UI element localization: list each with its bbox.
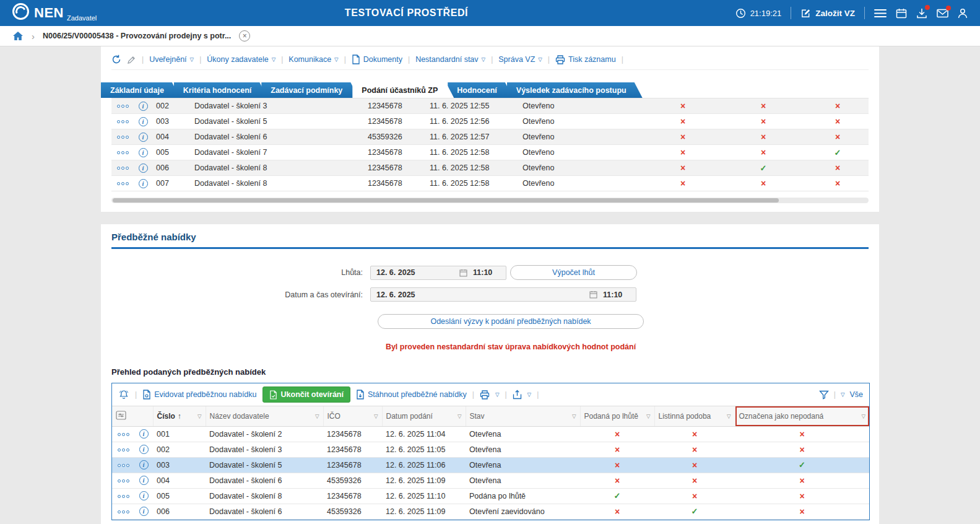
filter-dropdown-icon[interactable]: ▽ xyxy=(315,413,319,419)
col-header-supplier[interactable]: Název dodavatele▽ xyxy=(206,406,323,426)
calendar-icon[interactable] xyxy=(459,269,467,277)
menu-komunikace[interactable]: Komunikace▽ xyxy=(288,55,338,64)
tab-podani-ucastniku-zp[interactable]: Podání účastníků ZP xyxy=(352,82,454,98)
table-row[interactable]: i005Dodavatel - školení 81234567812. 6. … xyxy=(112,488,869,504)
finish-opening-button[interactable]: Ukončit otevírání xyxy=(262,386,350,403)
view-all-link[interactable]: Vše xyxy=(849,390,863,399)
calendar-icon[interactable] xyxy=(589,290,597,299)
dropdown-icon[interactable]: ▽ xyxy=(527,391,532,398)
edit-icon[interactable] xyxy=(127,55,136,64)
row-info-cell[interactable]: i xyxy=(134,129,152,145)
table-row[interactable]: i003Dodavatel - školení 51234567812. 6. … xyxy=(112,457,869,473)
row-actions-cell[interactable] xyxy=(111,145,134,160)
col-header-ico[interactable]: IČO▽ xyxy=(323,406,382,426)
info-icon[interactable]: i xyxy=(139,133,148,142)
table-row[interactable]: i007Dodavatel - školení 81234567811. 6. … xyxy=(111,176,869,191)
opening-datetime-input[interactable]: 12. 6. 2025 11:10 xyxy=(370,287,636,302)
table-row[interactable]: i001Dodavatel - školení 21234567812. 6. … xyxy=(112,426,869,442)
row-actions-icon[interactable] xyxy=(117,105,129,108)
menu-icon[interactable] xyxy=(874,9,887,18)
nen-logo[interactable]: NEN Zadavatel xyxy=(12,1,97,25)
horizontal-scrollbar[interactable] xyxy=(111,198,869,203)
row-actions-icon[interactable] xyxy=(118,510,129,513)
row-actions-cell[interactable] xyxy=(112,504,134,519)
row-actions-icon[interactable] xyxy=(117,167,129,170)
row-actions-icon[interactable] xyxy=(117,151,129,154)
row-actions-cell[interactable] xyxy=(111,129,134,145)
filter-dropdown-icon[interactable]: ▽ xyxy=(374,413,378,419)
table-row[interactable]: i006Dodavatel - školení 81234567811. 6. … xyxy=(111,160,869,176)
table-row[interactable]: i003Dodavatel - školení 51234567811. 6. … xyxy=(111,114,869,129)
calendar-icon[interactable] xyxy=(896,8,907,19)
row-actions-icon[interactable] xyxy=(118,495,129,498)
filter-dropdown-icon[interactable]: ▽ xyxy=(861,413,865,419)
table-row[interactable]: i006Dodavatel - školení 64535932612. 6. … xyxy=(112,504,869,519)
info-icon[interactable]: i xyxy=(139,429,149,439)
table-row[interactable]: i002Dodavatel - školení 31234567812. 6. … xyxy=(112,442,869,457)
row-actions-icon[interactable] xyxy=(118,479,129,483)
info-icon[interactable]: i xyxy=(139,117,148,126)
row-actions-cell[interactable] xyxy=(111,114,134,129)
send-invitation-button[interactable]: Odeslání výzvy k podání předběžných nabí… xyxy=(378,314,644,329)
calc-deadlines-button[interactable]: Výpočet lhůt xyxy=(510,265,637,280)
row-actions-icon[interactable] xyxy=(118,433,129,436)
filter-dropdown-icon[interactable]: ▽ xyxy=(197,413,202,419)
close-record-icon[interactable]: × xyxy=(239,30,250,41)
row-info-cell[interactable]: i xyxy=(134,504,153,519)
row-actions-icon[interactable] xyxy=(117,136,129,139)
menu-nestandardni-stav[interactable]: Nestandardní stav▽ xyxy=(415,55,485,64)
row-actions-cell[interactable] xyxy=(112,426,134,442)
row-info-cell[interactable]: i xyxy=(134,426,153,442)
table-row[interactable]: i005Dodavatel - školení 71234567811. 6. … xyxy=(111,145,869,160)
info-icon[interactable]: i xyxy=(139,164,148,173)
printer-icon[interactable] xyxy=(480,390,490,400)
create-vz-button[interactable]: Založit VZ xyxy=(800,8,855,19)
deadline-date-value[interactable]: 12. 6. 2025 xyxy=(371,268,459,277)
downloads-icon[interactable] xyxy=(916,8,927,19)
col-header-date[interactable]: Datum podání▽ xyxy=(382,406,466,426)
messages-icon[interactable] xyxy=(937,9,948,18)
column-settings-button[interactable] xyxy=(112,406,153,426)
info-icon[interactable]: i xyxy=(139,491,149,500)
info-icon[interactable]: i xyxy=(139,507,149,516)
filter-dropdown-icon[interactable]: ▽ xyxy=(457,413,462,419)
row-info-cell[interactable]: i xyxy=(134,473,153,488)
home-icon[interactable] xyxy=(12,31,24,41)
info-icon[interactable]: i xyxy=(139,476,149,485)
open-record-tab[interactable]: N006/25/V00005438 - Provozování prodejny… xyxy=(43,32,231,40)
row-actions-cell[interactable] xyxy=(112,473,134,488)
row-actions-icon[interactable] xyxy=(118,448,129,452)
scrollbar-thumb[interactable] xyxy=(113,198,779,203)
menu-uverejneni[interactable]: Uveřejnění▽ xyxy=(149,55,194,64)
col-header-not-submitted[interactable]: Označena jako nepodaná▽ xyxy=(735,406,869,426)
deadline-time-value[interactable]: 11:10 xyxy=(467,268,506,277)
row-actions-cell[interactable] xyxy=(111,98,134,114)
row-info-cell[interactable]: i xyxy=(134,488,153,504)
dropdown-icon[interactable]: ▽ xyxy=(495,391,500,398)
row-info-cell[interactable]: i xyxy=(134,457,153,473)
filter-dropdown-icon[interactable]: ▽ xyxy=(727,413,731,419)
opening-time-value[interactable]: 11:10 xyxy=(597,290,636,299)
tab-zakladni-udaje[interactable]: Základní údaje xyxy=(101,82,180,98)
bell-icon[interactable] xyxy=(118,390,129,400)
col-header-paper[interactable]: Listinná podoba▽ xyxy=(654,406,735,426)
row-actions-cell[interactable] xyxy=(111,160,134,176)
col-header-status[interactable]: Stav▽ xyxy=(466,406,580,426)
info-icon[interactable]: i xyxy=(139,148,148,157)
row-info-cell[interactable]: i xyxy=(134,176,152,191)
row-actions-icon[interactable] xyxy=(117,120,129,123)
menu-sprava-vz[interactable]: Správa VZ▽ xyxy=(498,55,542,64)
row-info-cell[interactable]: i xyxy=(134,442,153,457)
tab-hodnoceni[interactable]: Hodnocení xyxy=(448,82,513,98)
register-offer-button[interactable]: Evidovat předběžnou nabídku xyxy=(142,390,256,400)
info-icon[interactable]: i xyxy=(139,445,149,454)
row-actions-icon[interactable] xyxy=(117,182,129,185)
row-info-cell[interactable]: i xyxy=(134,160,152,176)
menu-ukony-zadavatele[interactable]: Úkony zadavatele▽ xyxy=(207,55,275,64)
row-actions-cell[interactable] xyxy=(112,488,134,504)
info-icon[interactable]: i xyxy=(139,102,148,111)
table-row[interactable]: i004Dodavatel - školení 64535932612. 6. … xyxy=(112,473,869,488)
export-icon[interactable] xyxy=(513,390,522,400)
refresh-icon[interactable] xyxy=(111,55,121,64)
row-actions-cell[interactable] xyxy=(111,176,134,191)
